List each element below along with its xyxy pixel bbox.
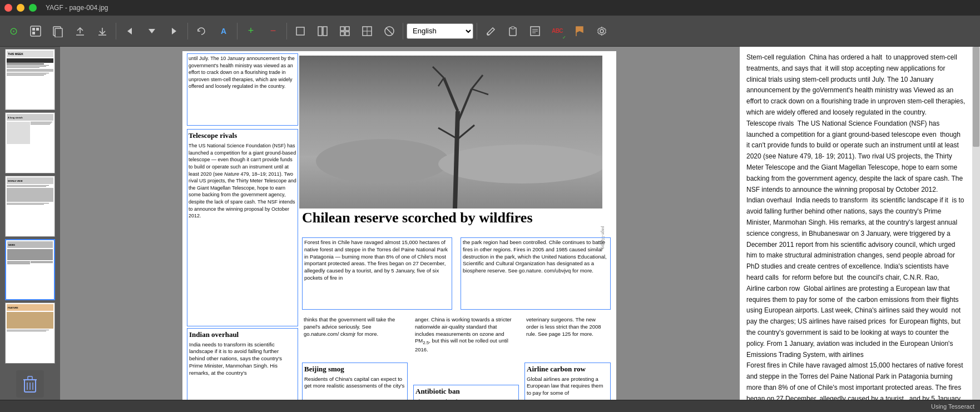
language-select[interactable]: English German French Spanish [407, 23, 473, 39]
flag-btn[interactable] [570, 21, 590, 41]
thumbnail-4[interactable]: NEWS [5, 239, 55, 300]
ocr-text-content: Stem-cell regulation China has ordered a… [746, 52, 966, 400]
gear-icon [596, 26, 607, 37]
close-btn[interactable] [4, 4, 12, 12]
svg-marker-31 [576, 27, 583, 32]
image-content [299, 56, 602, 209]
svg-rect-13 [323, 27, 327, 36]
svg-marker-10 [172, 28, 176, 34]
prev-icon [124, 26, 135, 37]
region-fire-left: Forest fires in Chile have ravaged almos… [302, 237, 452, 310]
prev-page-btn[interactable] [120, 21, 140, 41]
thumbnail-1[interactable]: THIS WEEK [5, 49, 55, 110]
telescope-heading: Telescope rivals [189, 131, 296, 141]
region-cross-btn[interactable] [357, 21, 377, 41]
deselect-icon [384, 26, 395, 37]
copy-icon [52, 25, 64, 37]
svg-rect-0 [31, 26, 41, 36]
svg-rect-16 [340, 32, 344, 36]
sep1 [116, 23, 116, 39]
antibiotic-heading: Antibiotic ban [415, 386, 517, 396]
copy-page-btn[interactable] [48, 21, 68, 41]
region-telescope: Telescope rivals The US National Science… [187, 129, 298, 326]
statusbar: Using Tesseract [0, 400, 980, 412]
svg-rect-12 [318, 27, 322, 36]
clipboard-btn[interactable] [503, 21, 523, 41]
region-beijing-smog: Beijing smog Residents of China's capita… [302, 363, 408, 400]
svg-rect-11 [296, 27, 304, 35]
download-btn[interactable] [92, 21, 112, 41]
beijing-heading: Beijing smog [304, 364, 405, 374]
ocr-scrollbar[interactable] [972, 47, 980, 400]
next-page-btn[interactable] [164, 21, 184, 41]
grid-icon [339, 26, 350, 37]
landscape-svg [299, 56, 602, 209]
trash-btn[interactable] [16, 370, 44, 398]
svg-rect-14 [340, 27, 344, 31]
rotate-icon [195, 25, 207, 37]
pencil-btn[interactable] [481, 21, 501, 41]
svg-point-33 [600, 29, 603, 33]
svg-line-22 [386, 28, 393, 34]
region-indian-overhaul: Indian overhaul India needs to transform… [187, 328, 298, 400]
thumbnail-5[interactable]: FEATURE [5, 302, 55, 364]
movedown-icon [146, 26, 157, 37]
article-image [299, 56, 602, 209]
scan-btn[interactable] [26, 21, 46, 41]
sep5 [403, 23, 403, 39]
sep6 [477, 23, 477, 39]
select-rect-btn[interactable] [290, 21, 310, 41]
select-rect-icon [295, 26, 306, 37]
region-antibiotic-ban: Antibiotic ban The US Food and Drug [413, 385, 519, 400]
svg-marker-8 [127, 28, 132, 34]
indian-heading: Indian overhaul [189, 330, 296, 340]
pencil-icon [485, 26, 496, 37]
columns-icon [317, 26, 328, 37]
svg-line-44 [455, 111, 458, 209]
document-page: page-004.jpg until July. The 10 January … [182, 51, 616, 400]
clipboard-icon [507, 26, 518, 37]
next-icon [169, 26, 180, 37]
download-icon [96, 25, 108, 37]
remove-region-btn[interactable]: − [263, 21, 283, 41]
svg-marker-9 [149, 29, 155, 33]
svg-rect-5 [55, 28, 62, 37]
trash-icon [22, 375, 38, 393]
sep3 [237, 23, 237, 39]
grid-btn[interactable] [335, 21, 355, 41]
airline-heading: Airline carbon row [527, 364, 608, 374]
deselect-btn[interactable] [379, 21, 399, 41]
thumbnail-3[interactable]: WORLD VIEW [5, 176, 55, 237]
article-headline: Chilean reserve scorched by wildfires [302, 210, 608, 226]
sep2 [187, 23, 188, 39]
font-btn[interactable]: A [214, 21, 234, 41]
columns-btn[interactable] [313, 21, 333, 41]
main-area: THIS WEEK A long stretch [0, 47, 980, 400]
document-view[interactable]: page-004.jpg until July. The 10 January … [60, 47, 739, 400]
region-airline-carbon: Airline carbon row Global airlines are p… [524, 363, 611, 400]
ocr-text-panel[interactable]: Stem-cell regulation China has ordered a… [739, 47, 972, 400]
titlebar: YAGF - page-004.jpg [0, 0, 980, 16]
svg-rect-26 [511, 27, 514, 29]
svg-point-42 [316, 139, 449, 183]
open-file-btn[interactable]: ⊙ [3, 21, 23, 41]
ocr-btn[interactable]: ABC ✓ [547, 21, 567, 41]
svg-rect-1 [32, 28, 35, 31]
scan-icon [29, 25, 42, 37]
rotate-ccw-btn[interactable] [191, 21, 211, 41]
toolbar: ⊙ [0, 16, 980, 47]
settings-btn[interactable] [592, 21, 612, 41]
scrollbar-thumb[interactable] [973, 47, 979, 147]
add-region-btn[interactable]: + [241, 21, 261, 41]
upload-btn[interactable] [70, 21, 90, 41]
svg-point-43 [438, 145, 602, 183]
region-cross-icon [362, 26, 373, 37]
svg-rect-17 [345, 32, 349, 36]
sep4 [286, 23, 287, 39]
minimize-btn[interactable] [17, 4, 24, 12]
move-down-btn[interactable] [142, 21, 162, 41]
text-mode-btn[interactable] [525, 21, 545, 41]
status-text: Using Tesseract [931, 403, 974, 410]
thumbnail-2[interactable]: A long stretch [5, 112, 55, 173]
maximize-btn[interactable] [29, 4, 37, 12]
